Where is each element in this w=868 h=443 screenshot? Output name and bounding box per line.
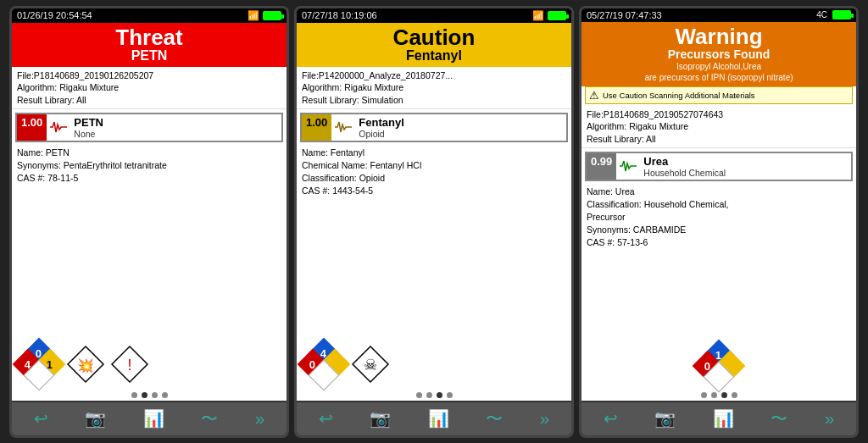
wave-button-3[interactable]: 〜 xyxy=(771,407,787,430)
dot-1-1 xyxy=(131,392,137,398)
result-text-3: Urea Household Chemical xyxy=(640,153,851,180)
result-class-1: None xyxy=(74,129,278,139)
file-line-1: File:P18140689_20190126205207 xyxy=(17,69,281,82)
alert-title-3: Warning xyxy=(587,25,851,47)
result-icon-2 xyxy=(331,114,355,141)
algorithm-line-3: Algorithm: Rigaku Mixture xyxy=(587,120,851,133)
dot-3-1 xyxy=(701,392,707,398)
alert-title-2: Caution xyxy=(302,26,566,48)
detail-section-3: Name: Urea Classification: Household Che… xyxy=(581,183,856,341)
datetime-3: 05/27/19 07:47:33 xyxy=(587,10,662,20)
forward-button-1[interactable]: » xyxy=(255,409,264,429)
hazmat-row-1: 0 4 1 💥 ! xyxy=(12,339,287,390)
caution-text-3: Use Caution Scanning Additional Material… xyxy=(603,91,755,100)
back-button-2[interactable]: ↩ xyxy=(319,408,333,429)
file-line-2: File:P14200000_Analyze_20180727... xyxy=(302,69,566,82)
algorithm-line-1: Algorithm: Rigaku Mixture xyxy=(17,81,281,94)
result-name-3: Urea xyxy=(643,155,848,168)
result-text-2: Fentanyl Opioid xyxy=(355,114,566,141)
dot-2-4 xyxy=(447,392,453,398)
nfpa-diamond-1: 0 4 1 xyxy=(17,342,61,386)
detail-class-3: Classification: Household Chemical, xyxy=(587,198,851,211)
device-1: 01/26/19 20:54:54 📶 Threat PETN File:P18… xyxy=(9,6,289,438)
toolbar-3: ↩ 📷 📊 〜 » xyxy=(581,401,856,435)
hazmat-row-2: 4 0 ☠ xyxy=(297,339,571,390)
alert-title-1: Threat xyxy=(17,26,281,48)
wave-button-2[interactable]: 〜 xyxy=(486,407,503,430)
detail-synonyms-1: Synonyms: PentaErythritol tetranitrate xyxy=(17,159,281,172)
alert-header-3: Warning Precursors Found Isopropyl Alcoh… xyxy=(581,22,856,86)
camera-button-3[interactable]: 📷 xyxy=(654,408,676,429)
dot-2-1 xyxy=(416,392,422,398)
battery-2 xyxy=(548,11,566,20)
result-row-1: 1.00 PETN None xyxy=(15,113,283,142)
waveform-svg-2 xyxy=(335,119,352,136)
detail-name-2: Name: Fentanyl xyxy=(302,147,566,159)
svg-text:☠: ☠ xyxy=(364,357,377,374)
alert-header-1: Threat PETN xyxy=(12,23,287,67)
detail-section-1: Name: PETN Synonyms: PentaErythritol tet… xyxy=(12,144,287,339)
dot-3-2 xyxy=(711,392,717,398)
dot-1-4 xyxy=(162,392,168,398)
alert-subtitle-3: Precursors Found xyxy=(587,47,851,61)
result-class-3: Household Chemical xyxy=(643,168,848,178)
wifi-icon-1: 📶 xyxy=(248,10,259,21)
dot-1-2 xyxy=(142,392,147,398)
waveform-svg-1 xyxy=(50,119,67,136)
ghs-exclaim-icon: ! xyxy=(110,345,149,384)
caution-icon-3: ⚠ xyxy=(589,89,599,102)
chart-button-1[interactable]: 📊 xyxy=(143,408,164,429)
status-bar-2: 07/27/18 10:19:06 📶 xyxy=(297,8,571,23)
library-line-3: Result Library: All xyxy=(587,133,851,146)
ghs-explode-icon: 💥 xyxy=(66,345,105,384)
svg-text:💥: 💥 xyxy=(77,357,94,374)
file-info-3: File:P18140689_20190527074643 Algorithm:… xyxy=(581,106,856,148)
nfpa-container-3: 1 0 xyxy=(581,341,856,390)
detail-cas-1: CAS #: 78-11-5 xyxy=(17,172,281,185)
detail-precursor-3: Precursor xyxy=(587,211,851,224)
datetime-2: 07/27/18 10:19:06 xyxy=(302,10,377,20)
forward-button-2[interactable]: » xyxy=(540,409,549,429)
alert-extra-3: Isopropyl Alcohol,Urea xyxy=(587,61,851,72)
result-icon-3 xyxy=(616,153,640,180)
result-score-3: 0.99 xyxy=(587,153,616,180)
nfpa-diamond-2: 4 0 xyxy=(302,342,346,386)
back-button-1[interactable]: ↩ xyxy=(34,408,48,429)
result-class-2: Opioid xyxy=(359,129,563,139)
detail-class-2: Classification: Opioid xyxy=(302,172,566,185)
result-score-2: 1.00 xyxy=(302,114,331,141)
file-line-3: File:P18140689_20190527074643 xyxy=(587,108,851,121)
algorithm-line-2: Algorithm: Rigaku Mixture xyxy=(302,81,566,94)
camera-button-2[interactable]: 📷 xyxy=(370,408,391,429)
wifi-icon-2: 📶 xyxy=(532,10,544,21)
svg-text:!: ! xyxy=(127,357,131,374)
dot-1-3 xyxy=(152,392,158,398)
detail-name-1: Name: PETN xyxy=(17,147,281,159)
content-1: File:P18140689_20190126205207 Algorithm:… xyxy=(12,67,287,401)
camera-button-1[interactable]: 📷 xyxy=(85,408,106,429)
signal-4c: 4C xyxy=(816,10,827,19)
result-score-1: 1.00 xyxy=(17,114,47,141)
forward-button-3[interactable]: » xyxy=(825,409,834,429)
alert-subtitle-1: PETN xyxy=(17,48,281,64)
page-dots-1 xyxy=(12,390,287,401)
page-dots-2 xyxy=(297,390,571,401)
alert-subtitle-2: Fentanyl xyxy=(302,48,566,64)
chart-button-3[interactable]: 📊 xyxy=(713,408,734,429)
wave-button-1[interactable]: 〜 xyxy=(201,407,218,430)
content-2: File:P14200000_Analyze_20180727... Algor… xyxy=(297,67,571,401)
file-info-2: File:P14200000_Analyze_20180727... Algor… xyxy=(297,67,571,109)
battery-3 xyxy=(832,10,851,19)
device-2: 07/27/18 10:19:06 📶 Caution Fentanyl Fil… xyxy=(294,6,574,438)
ghs-skull-icon: ☠ xyxy=(351,345,390,384)
back-button-3[interactable]: ↩ xyxy=(604,408,618,429)
detail-name-3: Name: Urea xyxy=(587,186,851,198)
result-row-3: 0.99 Urea Household Chemical xyxy=(585,152,853,181)
caution-bar-3: ⚠ Use Caution Scanning Additional Materi… xyxy=(585,86,853,104)
toolbar-1: ↩ 📷 📊 〜 » xyxy=(12,401,287,435)
detail-synonyms-3: Synonyms: CARBAMIDE xyxy=(587,224,851,236)
status-bar-3: 05/27/19 07:47:33 4C xyxy=(581,8,856,22)
result-row-2: 1.00 Fentanyl Opioid xyxy=(300,113,568,142)
detail-cas-2: CAS #: 1443-54-5 xyxy=(302,185,566,197)
chart-button-2[interactable]: 📊 xyxy=(428,408,449,429)
